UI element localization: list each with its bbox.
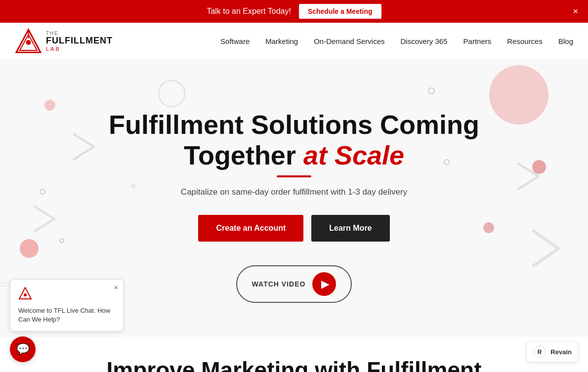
svg-marker-4 [19, 288, 31, 299]
svg-point-5 [24, 293, 27, 296]
deco-circle-tr [489, 65, 548, 124]
deco-arrow-left-2 [25, 202, 64, 238]
logo-sub: LAB [46, 46, 113, 52]
deco-circle-br [483, 222, 494, 233]
chat-circle-button[interactable]: 💬 [10, 336, 36, 362]
hero-underline [277, 175, 311, 177]
revain-label: Revain [550, 348, 572, 356]
create-account-button[interactable]: Create an Account [198, 215, 303, 242]
svg-text:R: R [538, 349, 542, 356]
hero-buttons: Create an Account Learn More [109, 215, 479, 242]
chat-popup-close-button[interactable]: × [114, 284, 118, 291]
banner-close-button[interactable]: × [573, 7, 578, 16]
chat-popup-text: Welcome to TFL Live Chat. How Can We Hel… [18, 306, 115, 324]
nav-marketing[interactable]: Marketing [265, 37, 298, 45]
chat-popup: × Welcome to TFL Live Chat. How Can We H… [10, 279, 124, 331]
hero-content: Fulfillment Solutions Coming Together at… [109, 109, 479, 265]
navbar: THE FULFILLMENT LAB Software Marketing O… [0, 23, 588, 60]
hero-title-part1: Fulfillment Solutions Coming Together [109, 110, 479, 170]
nav-discovery365[interactable]: Discovery 365 [401, 37, 448, 45]
nav-blog[interactable]: Blog [558, 37, 573, 45]
deco-dot-1 [40, 189, 45, 195]
watch-video-button[interactable]: WATCH VIDEO ▶ [236, 265, 352, 303]
deco-circle-bl [20, 239, 39, 258]
logo-text: THE FULFILLMENT LAB [46, 31, 113, 52]
top-banner: Talk to an Expert Today! Schedule a Meet… [0, 0, 588, 23]
revain-icon: R [533, 345, 546, 359]
logo-link[interactable]: THE FULFILLMENT LAB [15, 28, 113, 55]
revain-badge: R Revain [526, 341, 578, 362]
hero-title: Fulfillment Solutions Coming Together at… [109, 109, 479, 170]
deco-dot-4 [532, 160, 546, 174]
svg-point-2 [26, 40, 31, 45]
nav-software[interactable]: Software [220, 37, 250, 45]
chat-icon: 💬 [16, 343, 30, 356]
deco-dot-2 [59, 238, 64, 243]
hero-subtitle: Capitalize on same-day order fulfillment… [109, 187, 479, 197]
logo-icon [15, 28, 42, 55]
schedule-meeting-button[interactable]: Schedule a Meeting [299, 4, 381, 19]
deco-arrow-right-1 [509, 159, 548, 196]
deco-arrow-left-1 [64, 129, 104, 166]
deco-circle-tl-sm [44, 100, 55, 111]
nav-on-demand[interactable]: On-Demand Services [314, 37, 384, 45]
play-circle: ▶ [312, 272, 336, 296]
chat-widget: × Welcome to TFL Live Chat. How Can We H… [10, 279, 124, 362]
banner-text: Talk to an Expert Today! [207, 7, 291, 16]
nav-resources[interactable]: Resources [507, 37, 543, 45]
chat-popup-logo [18, 287, 32, 300]
play-icon: ▶ [321, 278, 329, 290]
learn-more-button[interactable]: Learn More [311, 215, 389, 242]
logo-main: FULFILLMENT [46, 36, 113, 46]
watch-video-label: WATCH VIDEO [252, 280, 306, 288]
main-nav: Software Marketing On-Demand Services Di… [132, 37, 573, 45]
hero-title-red: at Scale [303, 140, 404, 170]
deco-arrow-right-2 [524, 226, 573, 273]
deco-circle-tr-sm [428, 87, 435, 94]
deco-circle-tl [158, 80, 185, 107]
watch-video-wrapper: WATCH VIDEO ▶ [236, 265, 352, 303]
nav-partners[interactable]: Partners [463, 37, 492, 45]
